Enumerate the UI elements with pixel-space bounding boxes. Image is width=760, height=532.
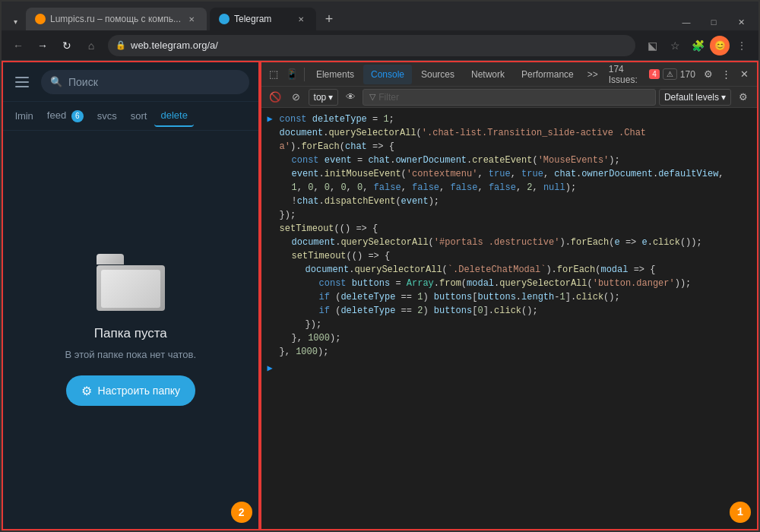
feed-badge: 6 bbox=[71, 110, 84, 122]
code-line-1: ▶ const deleteType = 1; bbox=[261, 112, 757, 126]
eye-icon[interactable]: 👁 bbox=[341, 88, 359, 106]
tab-telegram[interactable]: Telegram ✕ bbox=[210, 8, 316, 30]
tab-bar: ▾ Lumpics.ru – помощь с компь... ✕ Teleg… bbox=[2, 2, 758, 30]
lumpics-favicon bbox=[35, 14, 46, 24]
folder-tab bbox=[97, 254, 124, 264]
issues-label: 174 Issues: bbox=[609, 64, 646, 85]
folder-inner bbox=[101, 270, 160, 308]
context-dropdown-arrow: ▾ bbox=[328, 92, 333, 103]
tab-admin[interactable]: lmin bbox=[9, 106, 40, 126]
code-line-7: !chat.dispatchEvent(event); bbox=[261, 195, 757, 208]
address-text: web.telegram.org/a/ bbox=[131, 40, 628, 51]
issues-counter: 174 Issues: 4 ⚠ 170 bbox=[606, 64, 698, 85]
empty-folder-subtitle: В этой папке пока нет чатов. bbox=[65, 349, 196, 360]
annotation-badge-1: 1 bbox=[730, 502, 751, 523]
code-line-16: }); bbox=[261, 318, 757, 331]
warning-badge: ⚠ bbox=[663, 68, 677, 80]
code-prompt-line: ▶ bbox=[261, 362, 757, 375]
log-levels-dropdown[interactable]: Default levels ▾ bbox=[659, 89, 731, 106]
code-line-17: }, 1000); bbox=[261, 331, 757, 345]
reload-button[interactable]: ↻ bbox=[56, 35, 78, 56]
context-selector[interactable]: top ▾ bbox=[309, 89, 339, 106]
annotation-badge-2: 2 bbox=[231, 502, 252, 523]
gear-icon: ⚙ bbox=[81, 384, 92, 398]
devtools-close-icon[interactable]: ✕ bbox=[736, 65, 752, 84]
setup-folder-label: Настроить папку bbox=[98, 385, 181, 397]
window-minimize[interactable]: — bbox=[675, 14, 698, 30]
window-close[interactable]: ✕ bbox=[730, 14, 752, 30]
devtools-tab-sources[interactable]: Sources bbox=[413, 65, 462, 84]
filter-funnel-icon: ▽ bbox=[369, 92, 375, 102]
hamburger-menu[interactable] bbox=[12, 71, 33, 93]
extensions-icon[interactable]: 🧩 bbox=[687, 35, 708, 56]
empty-folder-content: Папка пуста В этой папке пока нет чатов.… bbox=[3, 131, 258, 529]
devtools-more-vert[interactable]: ⋮ bbox=[718, 65, 735, 84]
forward-button[interactable]: → bbox=[32, 35, 53, 56]
profile-avatar[interactable]: 😊 bbox=[710, 36, 730, 55]
filter-placeholder: Filter bbox=[378, 92, 399, 103]
devtools-tab-performance[interactable]: Performance bbox=[514, 65, 581, 84]
search-box[interactable]: 🔍 Поиск bbox=[41, 70, 249, 94]
code-line-18: }, 1000); bbox=[261, 345, 757, 359]
bookmark-icon[interactable]: ☆ bbox=[664, 35, 686, 56]
chat-folder-tabs: lmin feed 6 svcs sort delete bbox=[3, 102, 258, 131]
toolbar-separator bbox=[304, 68, 305, 81]
code-line-8: }); bbox=[261, 208, 757, 222]
code-area[interactable]: ▶ const deleteType = 1; document.querySe… bbox=[261, 108, 757, 529]
tab-delete[interactable]: delete bbox=[154, 105, 193, 127]
tab-telegram-title: Telegram bbox=[234, 14, 290, 24]
levels-arrow: ▾ bbox=[721, 92, 726, 103]
empty-folder-title: Папка пуста bbox=[94, 326, 167, 341]
window-controls: — □ ✕ bbox=[675, 14, 752, 30]
tab-svcs[interactable]: svcs bbox=[91, 106, 123, 126]
back-button[interactable]: ← bbox=[8, 35, 29, 56]
devtools-tab-console[interactable]: Console bbox=[363, 65, 412, 84]
tab-list-dropdown[interactable]: ▾ bbox=[8, 14, 23, 29]
tab-feed[interactable]: feed 6 bbox=[41, 105, 90, 127]
hamburger-line-3 bbox=[15, 86, 29, 87]
code-line-12: document.querySelectorAll(`.DeleteChatMo… bbox=[261, 263, 757, 277]
tab-lumpics-close[interactable]: ✕ bbox=[185, 13, 198, 25]
nav-actions: ⬕ ☆ 🧩 😊 ⋮ bbox=[641, 35, 752, 56]
code-line-5: event.initMouseEvent('contextmenu', true… bbox=[261, 167, 757, 181]
new-tab-button[interactable]: + bbox=[319, 9, 339, 29]
top-label: top bbox=[314, 92, 327, 103]
sidebar-header: 🔍 Поиск bbox=[3, 62, 258, 102]
console-filter-input[interactable]: ▽ Filter bbox=[363, 89, 656, 106]
tab-sort[interactable]: sort bbox=[125, 106, 154, 126]
code-line-11: setTimeout(() => { bbox=[261, 249, 757, 263]
warn-count: 170 bbox=[680, 69, 695, 80]
console-settings-icon[interactable]: ⚙ bbox=[734, 88, 752, 106]
telegram-favicon bbox=[219, 14, 230, 24]
code-line-3: a').forEach(chat => { bbox=[261, 140, 757, 154]
console-filter-icon[interactable]: ⊘ bbox=[287, 88, 306, 106]
tab-lumpics-title: Lumpics.ru – помощь с компь... bbox=[50, 14, 181, 24]
tab-telegram-close[interactable]: ✕ bbox=[295, 13, 307, 25]
devtools-secondary-toolbar: 🚫 ⊘ top ▾ 👁 ▽ Filter Default levels ▾ ⚙ bbox=[261, 87, 757, 108]
address-bar[interactable]: 🔒 web.telegram.org/a/ bbox=[108, 35, 635, 56]
code-line-14: if (deleteType == 1) buttons[buttons.len… bbox=[261, 290, 757, 304]
devtools-device-icon[interactable]: 📱 bbox=[283, 65, 300, 84]
home-button[interactable]: ⌂ bbox=[81, 35, 102, 56]
code-line-2: document.querySelectorAll('.chat-list.Tr… bbox=[261, 126, 757, 140]
window-maximize[interactable]: □ bbox=[702, 14, 725, 30]
menu-icon[interactable]: ⋮ bbox=[731, 35, 752, 56]
devtools-tab-elements[interactable]: Elements bbox=[309, 65, 362, 84]
devtools-settings-icon[interactable]: ⚙ bbox=[700, 65, 717, 84]
main-area: 🔍 Поиск lmin feed 6 svcs sort bbox=[2, 61, 758, 530]
console-clear-icon[interactable]: 🚫 bbox=[266, 88, 284, 106]
devtools-more-tabs[interactable]: >> bbox=[583, 69, 603, 80]
nav-bar: ← → ↻ ⌂ 🔒 web.telegram.org/a/ ⬕ ☆ 🧩 😊 ⋮ bbox=[2, 30, 758, 61]
code-line-9: setTimeout(() => { bbox=[261, 222, 757, 236]
code-expand-arrow: ▶ bbox=[268, 112, 277, 126]
devtools-tab-network[interactable]: Network bbox=[464, 65, 512, 84]
hamburger-line-1 bbox=[15, 77, 29, 78]
search-icon: 🔍 bbox=[50, 76, 62, 87]
tab-lumpics[interactable]: Lumpics.ru – помощь с компь... ✕ bbox=[26, 8, 207, 30]
telegram-panel: 🔍 Поиск lmin feed 6 svcs sort bbox=[2, 61, 260, 530]
code-line-4: const event = chat.ownerDocument.createE… bbox=[261, 154, 757, 167]
prompt-arrow: ▶ bbox=[268, 362, 277, 375]
setup-folder-button[interactable]: ⚙ Настроить папку bbox=[66, 375, 196, 406]
devtools-inspect-icon[interactable]: ⬚ bbox=[266, 65, 283, 84]
cast-icon[interactable]: ⬕ bbox=[641, 35, 663, 56]
